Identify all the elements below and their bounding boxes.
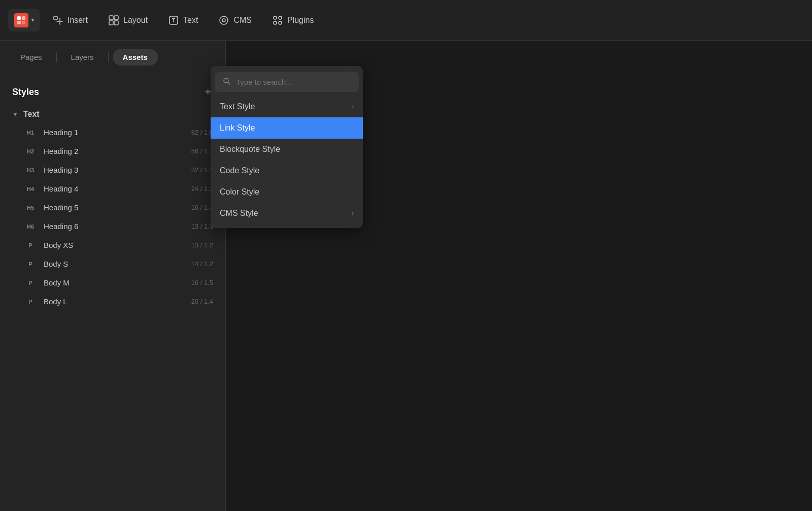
svg-rect-1 [22,16,25,20]
style-item[interactable]: P Body S 14 / 1.2 [0,254,225,273]
svg-rect-4 [54,16,57,20]
plugins-icon [272,15,283,26]
style-item[interactable]: P Body M 16 / 1.5 [0,273,225,292]
style-name: Heading 1 [44,128,184,137]
svg-rect-10 [114,21,118,25]
style-item[interactable]: H3 Heading 3 32 / 1.1 [0,161,225,179]
style-tag: H5 [24,205,37,211]
layout-icon [108,15,119,26]
tab-layers[interactable]: Layers [61,49,104,66]
menu-item-label: Color Style [220,187,259,197]
layout-label: Layout [123,16,148,25]
style-meta: 16 / 1.5 [191,279,213,286]
style-name: Heading 3 [44,166,184,174]
svg-point-15 [274,16,277,19]
style-item[interactable]: H1 Heading 1 82 / 1.0 [0,123,225,142]
tab-divider-1 [56,52,57,62]
style-meta: 16 / 1.3 [191,204,213,211]
search-input[interactable] [236,78,351,86]
style-meta: 14 / 1.2 [191,260,213,268]
style-tag: P [24,299,37,305]
left-panel: Pages Layers Assets Styles + ▼ Text H1 H… [0,41,226,511]
svg-point-18 [279,21,282,24]
styles-title: Styles [12,87,39,98]
dropdown-items-list: Text Style › Link Style Blockquote Style… [211,96,363,224]
svg-point-14 [222,19,225,22]
style-item[interactable]: H2 Heading 2 56 / 1.1 [0,142,225,161]
style-tag: P [24,261,37,267]
chevron-right-icon: › [352,210,354,217]
style-name: Heading 6 [44,222,184,231]
menu-item-label: Blockquote Style [220,145,280,154]
style-item[interactable]: H5 Heading 5 16 / 1.3 [0,198,225,217]
styles-header: Styles + [0,74,225,106]
style-meta: 20 / 1.4 [191,298,213,305]
svg-rect-3 [22,21,25,24]
search-box [215,72,359,92]
plugins-label: Plugins [287,16,314,25]
text-group-arrow-icon: ▼ [12,111,18,118]
svg-rect-7 [109,16,113,20]
style-item[interactable]: P Body XS 13 / 1.2 [0,236,225,254]
text-group-header[interactable]: ▼ Text [0,106,225,123]
svg-rect-2 [17,21,21,24]
cms-label: CMS [233,16,252,25]
menu-item-blockquote-style[interactable]: Blockquote Style [211,139,363,160]
text-group-label: Text [23,110,40,119]
style-tag: H1 [24,130,37,136]
text-nav-button[interactable]: T Text [160,10,206,31]
svg-rect-9 [109,21,113,25]
style-item[interactable]: H4 Heading 4 24 / 1.3 [0,179,225,198]
menu-item-link-style[interactable]: Link Style [211,117,363,139]
svg-rect-0 [17,16,21,20]
search-icon [223,77,231,87]
menu-item-code-style[interactable]: Code Style [211,160,363,181]
style-name: Heading 2 [44,147,184,155]
menu-item-label: Link Style [220,123,255,133]
menu-item-color-style[interactable]: Color Style [211,181,363,203]
logo-icon [14,13,28,27]
dropdown-menu: Text Style › Link Style Blockquote Style… [211,66,363,228]
text-label: Text [183,16,198,25]
plugins-nav-button[interactable]: Plugins [264,10,322,31]
logo-button[interactable]: ▾ [8,9,40,31]
style-tag: H2 [24,148,37,154]
menu-item-label: CMS Style [220,209,258,218]
menu-item-cms-style[interactable]: CMS Style › [211,203,363,224]
style-name: Heading 5 [44,203,184,212]
style-name: Heading 4 [44,184,184,193]
menu-item-label: Code Style [220,166,259,175]
style-tag: H6 [24,223,37,230]
logo-chevron-icon: ▾ [31,17,34,23]
style-tag: P [24,280,37,286]
svg-point-16 [279,16,282,19]
style-meta: 24 / 1.3 [191,185,213,193]
style-item[interactable]: P Body L 20 / 1.4 [0,292,225,311]
style-name: Body M [44,278,184,287]
tab-pages[interactable]: Pages [10,49,52,66]
menu-item-label: Text Style [220,102,255,111]
style-tag: H4 [24,186,37,192]
tab-bar: Pages Layers Assets [0,41,225,74]
cms-nav-button[interactable]: CMS [210,10,260,31]
style-item[interactable]: H6 Heading 6 13 / 1.3 [0,217,225,236]
style-name: Body S [44,260,184,268]
insert-label: Insert [67,16,88,25]
svg-rect-8 [114,16,118,20]
menu-item-text-style[interactable]: Text Style › [211,96,363,117]
style-meta: 13 / 1.3 [191,222,213,230]
svg-point-17 [274,21,277,24]
svg-line-20 [228,82,230,84]
style-meta: 13 / 1.2 [191,241,213,249]
style-tag: P [24,242,37,248]
layout-nav-button[interactable]: Layout [100,10,156,31]
insert-nav-button[interactable]: Insert [44,10,96,31]
svg-text:T: T [172,18,175,23]
chevron-right-icon: › [352,103,354,110]
style-meta: 82 / 1.0 [191,129,213,136]
tab-divider-2 [108,52,109,62]
cms-icon [218,15,229,26]
insert-icon [52,15,63,26]
style-items-list: H1 Heading 1 82 / 1.0 H2 Heading 2 56 / … [0,123,225,311]
tab-assets[interactable]: Assets [113,49,158,66]
